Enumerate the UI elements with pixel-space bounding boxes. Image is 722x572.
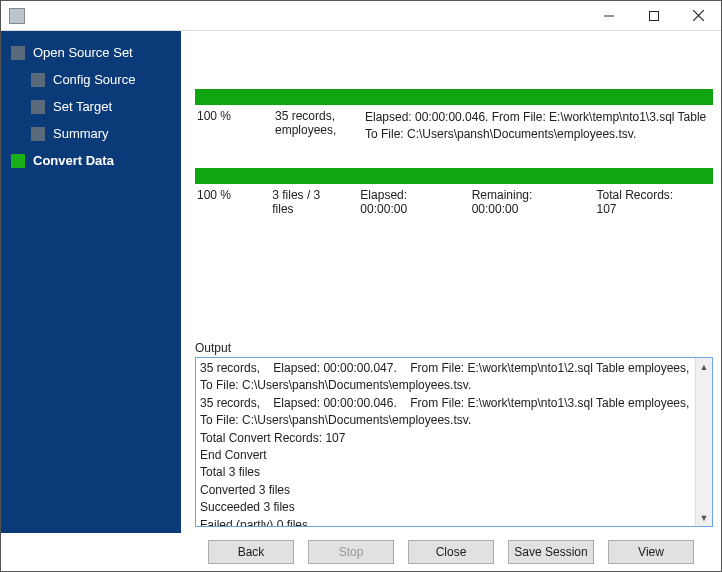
close-icon [693,10,704,21]
record-progress-block: 100 % 35 records, employees, Elapsed: 00… [195,89,713,144]
step-marker-icon [31,73,45,87]
svg-rect-1 [649,11,658,20]
output-label: Output [195,341,713,357]
file-progress-block: 100 % 3 files / 3 files Elapsed: 00:00:0… [195,168,713,216]
step-label: Set Target [53,99,112,114]
output-text-content: 35 records, Elapsed: 00:00:00.047. From … [200,361,695,526]
wizard-sidebar: Open Source Set Config Source Set Target… [1,31,181,533]
step-summary[interactable]: Summary [1,120,181,147]
output-scrollbar[interactable]: ▲ ▼ [695,358,712,526]
maximize-icon [649,11,659,21]
minimize-icon [604,11,614,21]
app-icon [9,8,25,24]
step-label: Config Source [53,72,135,87]
close-window-button[interactable] [676,1,721,30]
step-marker-icon [11,154,25,168]
window-controls [586,1,721,30]
file-progress-bar [195,168,713,184]
scroll-down-icon[interactable]: ▼ [696,509,712,526]
file-progress-remaining: Remaining: 00:00:00 [472,188,579,216]
scroll-track[interactable] [696,375,712,509]
step-marker-icon [31,100,45,114]
scroll-up-icon[interactable]: ▲ [696,358,712,375]
file-progress-files: 3 files / 3 files [272,188,342,216]
record-progress-count: 35 records, employees, [275,109,365,137]
file-progress-info: 100 % 3 files / 3 files Elapsed: 00:00:0… [195,184,713,216]
record-progress-bar [195,89,713,105]
file-progress-percent: 100 % [197,188,272,216]
step-marker-icon [11,46,25,60]
record-progress-info: 100 % 35 records, employees, Elapsed: 00… [195,105,713,144]
step-marker-icon [31,127,45,141]
save-session-button[interactable]: Save Session [508,540,594,564]
close-button[interactable]: Close [408,540,494,564]
step-label: Convert Data [33,153,114,168]
record-progress-details: Elapsed: 00:00:00.046. From File: E:\wor… [365,109,711,144]
output-text[interactable]: 35 records, Elapsed: 00:00:00.047. From … [196,358,695,526]
step-set-target[interactable]: Set Target [1,93,181,120]
button-bar: Back Stop Close Save Session View [1,533,721,571]
title-bar [1,1,721,31]
view-button[interactable]: View [608,540,694,564]
stop-button[interactable]: Stop [308,540,394,564]
record-progress-percent: 100 % [197,109,275,123]
step-label: Open Source Set [33,45,133,60]
minimize-button[interactable] [586,1,631,30]
output-box[interactable]: 35 records, Elapsed: 00:00:00.047. From … [195,357,713,527]
content-pane: 100 % 35 records, employees, Elapsed: 00… [181,31,721,533]
main-area: Open Source Set Config Source Set Target… [1,31,721,533]
maximize-button[interactable] [631,1,676,30]
step-open-source-set[interactable]: Open Source Set [1,39,181,66]
file-progress-elapsed: Elapsed: 00:00:00 [360,188,453,216]
step-convert-data[interactable]: Convert Data [1,147,181,174]
step-config-source[interactable]: Config Source [1,66,181,93]
back-button[interactable]: Back [208,540,294,564]
step-label: Summary [53,126,109,141]
file-progress-total: Total Records: 107 [596,188,693,216]
